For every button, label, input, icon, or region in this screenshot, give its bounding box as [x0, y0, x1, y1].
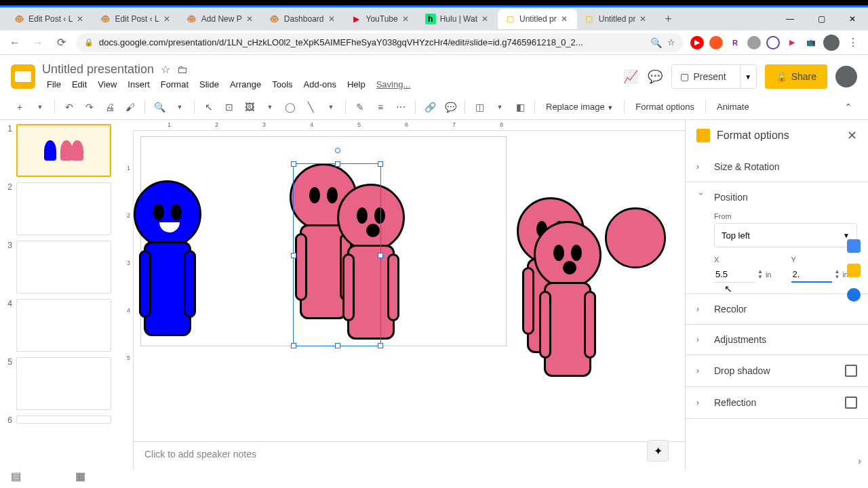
extension-icon[interactable]	[766, 36, 780, 49]
chevron-down-icon[interactable]: ▼	[261, 98, 279, 116]
close-icon[interactable]: ✕	[481, 14, 491, 24]
close-icon[interactable]: ✕	[328, 14, 338, 24]
figure-pink[interactable]	[337, 184, 405, 340]
present-dropdown[interactable]: ▼	[740, 65, 756, 88]
textbox-tool[interactable]: ⊡	[220, 98, 238, 116]
close-icon[interactable]: ✕	[847, 128, 857, 143]
chevron-down-icon[interactable]: ▼	[491, 98, 509, 116]
slides-logo-icon[interactable]	[11, 64, 35, 89]
figure-pink[interactable]	[534, 221, 601, 377]
share-button[interactable]: 🔒Share	[765, 64, 827, 89]
chevron-down-icon[interactable]: ▼	[31, 98, 49, 116]
figure-pink[interactable]	[605, 207, 666, 268]
position-section[interactable]: › Position	[686, 182, 868, 212]
browser-tab[interactable]: 🐵Dashboard✕	[262, 9, 344, 29]
browser-tab[interactable]: 🐵Edit Post ‹ L✕	[7, 9, 93, 29]
drop-shadow-section[interactable]: › Drop shadow	[686, 355, 868, 386]
menu-tools[interactable]: Tools	[267, 78, 297, 91]
slide-thumbnail[interactable]	[16, 182, 111, 235]
collapse-toolbar-button[interactable]: ⌃	[840, 98, 857, 116]
profile-avatar[interactable]	[835, 66, 857, 87]
undo-button[interactable]: ↶	[60, 98, 78, 116]
zoom-icon[interactable]: 🔍	[650, 37, 662, 48]
y-input[interactable]	[791, 266, 832, 283]
speaker-notes[interactable]: Click to add speaker notes	[134, 441, 685, 470]
slide-thumbnail[interactable]	[16, 415, 111, 424]
browser-tab[interactable]: hHulu | Wat✕	[418, 9, 498, 29]
browser-tab[interactable]: ▢Untitled pr✕	[577, 9, 656, 29]
keep-icon[interactable]	[847, 264, 861, 277]
border-weight-button[interactable]: ≡	[372, 98, 389, 116]
cast-icon[interactable]: 📺	[804, 36, 818, 49]
reflection-checkbox[interactable]	[845, 396, 857, 409]
slide-thumbnail[interactable]	[16, 124, 111, 177]
comment-button[interactable]: 💬	[441, 98, 459, 116]
redo-button[interactable]: ↷	[81, 98, 98, 116]
browser-tab[interactable]: ▶YouTube✕	[344, 9, 418, 29]
menu-file[interactable]: File	[42, 78, 66, 91]
url-field[interactable]: 🔒 docs.google.com/presentation/d/1LN_cHz…	[76, 33, 684, 52]
menu-insert[interactable]: Insert	[123, 78, 155, 91]
close-icon[interactable]: ✕	[246, 14, 256, 24]
minimize-button[interactable]: —	[774, 9, 806, 29]
line-tool[interactable]: ╲	[302, 98, 319, 116]
move-icon[interactable]: 🗀	[177, 64, 188, 76]
calendar-icon[interactable]	[847, 239, 861, 253]
menu-addons[interactable]: Add-ons	[299, 78, 341, 91]
border-color-button[interactable]: ✎	[351, 98, 369, 116]
figure-blue[interactable]	[134, 180, 201, 336]
mask-button[interactable]: ◧	[511, 98, 529, 116]
document-title[interactable]: Untitled presentation	[42, 62, 154, 77]
slide-thumbnail[interactable]	[16, 241, 111, 293]
browser-menu-button[interactable]: ⋮	[845, 35, 861, 51]
activity-icon[interactable]: 📈	[623, 68, 639, 85]
paint-format-button[interactable]: 🖌	[121, 98, 139, 116]
star-icon[interactable]: ☆	[667, 37, 675, 47]
select-tool[interactable]: ↖	[200, 98, 218, 116]
filmstrip-view-button[interactable]: ▤	[11, 470, 21, 483]
extension-icon[interactable]: ▶	[785, 36, 799, 49]
present-button[interactable]: ▢Present ▼	[671, 64, 756, 89]
extension-icon[interactable]	[747, 36, 761, 49]
menu-slide[interactable]: Slide	[195, 78, 224, 91]
zoom-button[interactable]: 🔍	[151, 98, 168, 116]
new-tab-button[interactable]: +	[658, 9, 677, 28]
crop-button[interactable]: ◫	[471, 98, 488, 116]
chevron-down-icon[interactable]: ▼	[322, 98, 340, 116]
comments-icon[interactable]: 💬	[647, 68, 663, 85]
stepper[interactable]: ▲▼	[757, 269, 763, 280]
forward-button[interactable]: →	[30, 35, 46, 51]
reload-button[interactable]: ⟳	[53, 35, 69, 51]
border-dash-button[interactable]: ⋯	[392, 98, 410, 116]
tasks-icon[interactable]	[847, 288, 861, 302]
new-slide-button[interactable]: +	[11, 98, 28, 116]
star-icon[interactable]: ☆	[161, 63, 170, 76]
grid-view-button[interactable]: ▦	[75, 470, 85, 483]
close-icon[interactable]: ✕	[639, 14, 649, 24]
drop-shadow-checkbox[interactable]	[845, 365, 857, 377]
close-icon[interactable]: ✕	[561, 14, 570, 24]
print-button[interactable]: 🖨	[101, 98, 119, 116]
browser-tab[interactable]: ▢Untitled pr✕	[498, 9, 577, 29]
browser-tab[interactable]: 🐵Add New P✕	[180, 9, 262, 29]
back-button[interactable]: ←	[7, 35, 23, 51]
extension-icon[interactable]: ▶	[690, 36, 704, 49]
profile-avatar[interactable]	[823, 35, 840, 51]
slide-thumbnail[interactable]	[16, 357, 111, 410]
extension-icon[interactable]: R	[728, 36, 742, 49]
menu-help[interactable]: Help	[342, 78, 370, 91]
image-tool[interactable]: 🖼	[241, 98, 258, 116]
chevron-down-icon[interactable]: ▼	[171, 98, 189, 116]
expand-sidebar-button[interactable]: ›	[858, 455, 861, 466]
x-input[interactable]	[714, 266, 755, 283]
menu-view[interactable]: View	[93, 78, 121, 91]
explore-button[interactable]: ✦	[647, 440, 669, 462]
size-rotation-section[interactable]: › Size & Rotation	[686, 152, 868, 182]
shape-tool[interactable]: ◯	[281, 98, 299, 116]
animate-button[interactable]: Animate	[711, 102, 755, 112]
format-options-button[interactable]: Format options	[630, 102, 700, 112]
replace-image-button[interactable]: Replace image ▼	[540, 102, 618, 112]
maximize-button[interactable]: ▢	[806, 9, 837, 29]
close-icon[interactable]: ✕	[402, 14, 412, 24]
menu-format[interactable]: Format	[156, 78, 193, 91]
